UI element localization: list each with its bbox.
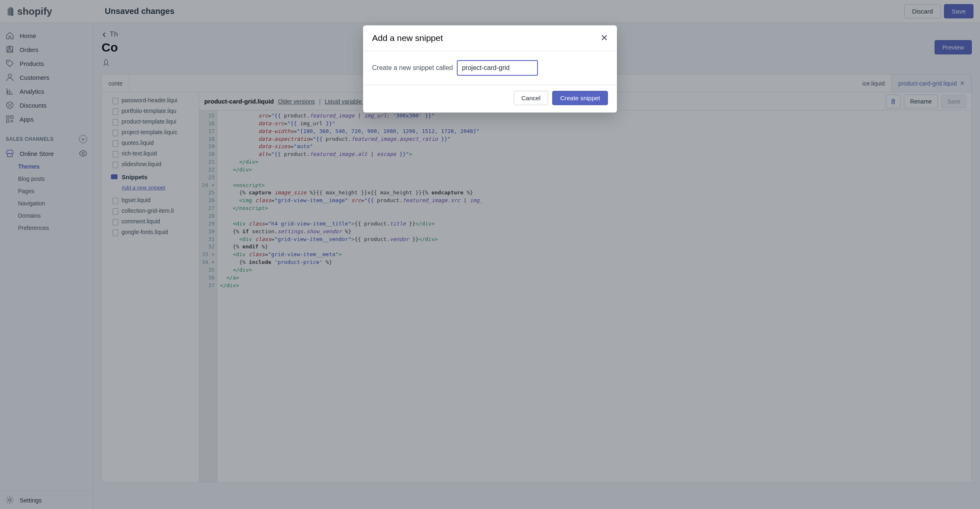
modal-field-label: Create a new snippet called [372, 64, 453, 72]
create-snippet-button[interactable]: Create snippet [552, 91, 608, 105]
modal-overlay[interactable]: Add a new snippet ✕ Create a new snippet… [0, 0, 980, 509]
cancel-button[interactable]: Cancel [514, 91, 549, 105]
modal-title: Add a new snippet [372, 33, 443, 43]
snippet-name-input[interactable] [457, 60, 538, 76]
close-icon[interactable]: ✕ [601, 33, 608, 43]
add-snippet-modal: Add a new snippet ✕ Create a new snippet… [363, 25, 617, 113]
